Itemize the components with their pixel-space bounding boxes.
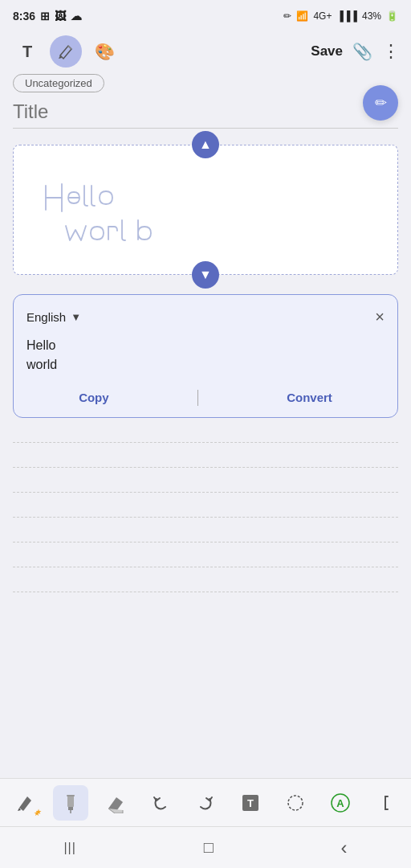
svg-rect-1 (67, 796, 74, 807)
svg-text:T: T (247, 797, 254, 809)
nav-bar: ||| □ ‹ (0, 826, 411, 868)
chevron-up-icon: ▲ (199, 137, 212, 152)
undo-button[interactable] (143, 785, 178, 821)
handwriting-container: ▲ (13, 145, 398, 275)
expand-down-button[interactable]: ▼ (192, 261, 219, 289)
cloud-icon: ☁ (71, 10, 82, 23)
pen-tool-button[interactable] (50, 35, 82, 68)
text-tool-button[interactable]: T (11, 35, 43, 68)
grammar-icon: A (330, 792, 351, 813)
dotted-line-7 (13, 592, 398, 592)
svg-point-7 (288, 796, 303, 810)
menu-button[interactable]: ||| (63, 841, 75, 855)
shapes-tool-button[interactable] (368, 785, 403, 821)
note-area: Uncategorized (0, 74, 411, 132)
save-button[interactable]: Save (311, 43, 343, 59)
ocr-header: English ▼ × (26, 308, 385, 326)
undo-icon (150, 792, 171, 813)
palette-tool-button[interactable]: 🎨 (88, 35, 120, 68)
grid-icon: ⊞ (40, 10, 50, 23)
pencil-tool-button[interactable]: ★ (8, 785, 43, 821)
ocr-text: Hello world (26, 336, 385, 375)
lasso-icon (285, 792, 306, 813)
language-label: English (26, 310, 66, 324)
dotted-line-5 (13, 542, 398, 542)
svg-text:A: A (336, 797, 344, 809)
redo-icon (195, 792, 216, 813)
battery-icon: 🔋 (386, 10, 398, 22)
handwriting-box[interactable] (13, 145, 398, 275)
back-button[interactable]: ‹ (341, 837, 348, 859)
highlighter-tool-button[interactable] (53, 785, 88, 821)
ocr-panel: English ▼ × Hello world Copy Convert (13, 294, 398, 418)
chevron-down-icon: ▼ (199, 268, 212, 282)
dotted-line-3 (13, 492, 398, 493)
grammar-check-button[interactable]: A (323, 785, 358, 821)
dotted-line-4 (13, 517, 398, 518)
dotted-line-1 (13, 442, 398, 443)
title-input[interactable] (13, 100, 398, 129)
status-right: ✏ 📶 4G+ ▐▐▐ 43% 🔋 (283, 10, 398, 22)
signal-strength: 4G+ (313, 10, 332, 22)
dotted-line-6 (13, 567, 398, 567)
star-badge: ★ (34, 809, 40, 817)
lined-area (0, 442, 411, 592)
ocr-line2: world (26, 358, 57, 371)
bracket-icon (375, 792, 396, 813)
highlighter-icon (60, 792, 81, 813)
status-bar: 8:36 ⊞ 🖼 ☁ ✏ 📶 4G+ ▐▐▐ 43% 🔋 (0, 0, 411, 29)
cell-icon: ▐▐▐ (336, 10, 357, 22)
battery-percent: 43% (362, 10, 381, 22)
dotted-line-2 (13, 467, 398, 468)
text-tool-icon: T (240, 792, 261, 813)
ocr-actions: Copy Convert (26, 387, 385, 407)
category-tag[interactable]: Uncategorized (13, 74, 104, 92)
convert-button[interactable]: Convert (271, 387, 348, 407)
fab-pen-icon: ✏ (375, 94, 387, 112)
eraser-icon (105, 792, 126, 813)
language-selector[interactable]: English ▼ (26, 310, 81, 324)
toolbar-right: Save 📎 ⋮ (311, 41, 400, 62)
svg-rect-2 (68, 807, 73, 810)
wifi-icon: 📶 (296, 10, 308, 22)
actions-divider (197, 390, 198, 406)
top-toolbar: T 🎨 Save 📎 ⋮ (0, 29, 411, 74)
redo-button[interactable] (188, 785, 223, 821)
fab-edit-button[interactable]: ✏ (363, 85, 398, 121)
more-options-icon[interactable]: ⋮ (382, 41, 400, 62)
time: 8:36 (13, 10, 35, 23)
collapse-up-button[interactable]: ▲ (192, 131, 219, 158)
image-icon: 🖼 (55, 10, 66, 23)
edit-icon: ✏ (283, 10, 291, 22)
text-convert-button[interactable]: T (233, 785, 268, 821)
lasso-tool-button[interactable] (278, 785, 313, 821)
bottom-toolbar: ★ (0, 778, 411, 826)
svg-rect-4 (67, 795, 75, 796)
status-left: 8:36 ⊞ 🖼 ☁ (13, 10, 82, 23)
eraser-tool-button[interactable] (98, 785, 133, 821)
page-wrapper: 8:36 ⊞ 🖼 ☁ ✏ 📶 4G+ ▐▐▐ 43% 🔋 T 🎨 (0, 0, 411, 868)
copy-button[interactable]: Copy (63, 387, 125, 407)
pen-icon (57, 43, 75, 60)
dropdown-arrow-icon: ▼ (71, 311, 81, 323)
home-button[interactable]: □ (204, 838, 214, 857)
attach-icon[interactable]: 📎 (352, 42, 372, 61)
toolbar-left: T 🎨 (11, 35, 304, 68)
ocr-line1: Hello (26, 338, 55, 352)
handwriting-section: ▲ (0, 145, 411, 418)
handwriting-svg (22, 154, 246, 266)
close-ocr-button[interactable]: × (375, 308, 385, 326)
